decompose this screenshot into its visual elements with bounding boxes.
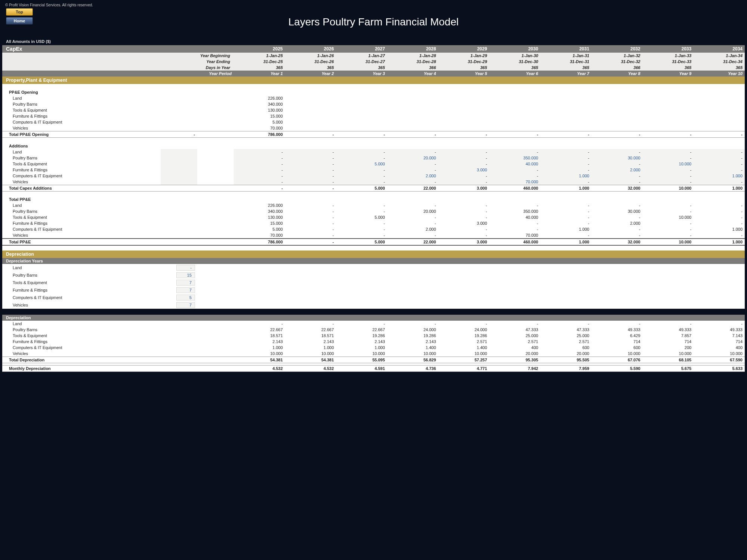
table-row: Vehicles70.000----70.000---- — [2, 232, 745, 239]
amounts-note: All Amounts in USD ($) — [2, 38, 745, 45]
table-row: Monthly Depreciation4.5324.5324.5914.736… — [2, 365, 745, 372]
table-row: Poultry Barns340.000--20.000-350.000-30.… — [2, 208, 745, 214]
table-row: Vehicles7 — [2, 301, 745, 309]
table-row: Vehicles10.00010.00010.00010.00010.00020… — [2, 351, 745, 357]
capex-table: CapEx 2025 2026 2027 2028 2029 2030 2031… — [2, 45, 745, 372]
dep-detail-heading: Depreciation — [2, 315, 745, 321]
table-row: Land- — [2, 264, 745, 271]
table-row: Total PP&E — [2, 196, 745, 202]
table-row: Computers & IT Equipment5.000--2.000--1.… — [2, 226, 745, 232]
dep-years-heading: Depreciation Years — [2, 258, 745, 264]
top-button[interactable]: Top — [6, 8, 33, 16]
table-row: Tools & Equipment--5.000--40.000--10.000… — [2, 161, 745, 167]
table-row: Tools & Equipment18.57118.57119.28619.28… — [2, 333, 745, 339]
ppe-heading: Property,Plant & Equipment — [2, 77, 745, 84]
dep-years-input[interactable]: 7 — [176, 287, 195, 293]
table-row: Tools & Equipment130.000-5.000--40.000--… — [2, 214, 745, 220]
table-row: Furniture & Fittings15.000---3.000--2.00… — [2, 220, 745, 226]
table-row: Furniture & Fittings7 — [2, 286, 745, 294]
table-row: PP&E Opening — [2, 89, 745, 95]
table-row: Total PP&E Opening-786.000--------- — [2, 131, 745, 138]
table-row: Computers & IT Equipment1.0001.0001.0001… — [2, 345, 745, 351]
table-row: Total PP&E786.000-5.00022.0003.000460.00… — [2, 239, 745, 245]
dep-years-input[interactable]: 5 — [176, 295, 195, 301]
table-row: Poultry Barns22.66722.66722.66724.00024.… — [2, 327, 745, 333]
table-row: Additions — [2, 143, 745, 149]
table-row: Vehicles70.000 — [2, 125, 745, 131]
capex-header-row: CapEx 2025 2026 2027 2028 2029 2030 2031… — [2, 45, 745, 53]
table-row: Land226.000 — [2, 95, 745, 101]
table-row: Poultry Barns---20.000-350.000-30.000-- — [2, 155, 745, 161]
home-button[interactable]: Home — [6, 17, 33, 25]
page-title: Layers Poultry Farm Financial Model — [2, 9, 745, 38]
table-row: Furniture & Fittings----3.000--2.000-- — [2, 167, 745, 173]
table-row: Vehicles-----70.000---- — [2, 179, 745, 185]
table-row: Computers & IT Equipment---2.000--1.000-… — [2, 173, 745, 179]
table-row: Tools & Equipment130.000 — [2, 107, 745, 113]
copyright-text: © Profit Vision Financial Services. All … — [2, 2, 745, 9]
table-row: Land226.000--------- — [2, 202, 745, 208]
table-row: Poultry Barns340.000 — [2, 101, 745, 107]
depreciation-heading: Depreciation — [2, 251, 745, 258]
table-row: Computers & IT Equipment5 — [2, 294, 745, 301]
table-row: Furniture & Fittings15.000 — [2, 113, 745, 119]
table-row: Tools & Equipment7 — [2, 279, 745, 286]
table-row: Land---------- — [2, 149, 745, 155]
dep-years-input[interactable]: - — [176, 265, 195, 271]
dep-years-input[interactable]: 7 — [176, 302, 195, 308]
table-row: Furniture & Fittings2.1432.1432.1432.143… — [2, 339, 745, 345]
table-row: Total Capex Additions--5.00022.0003.0004… — [2, 185, 745, 191]
table-row: Computers & IT Equipment5.000 — [2, 119, 745, 125]
capex-heading: CapEx — [2, 45, 234, 53]
table-row: Poultry Barns15 — [2, 271, 745, 279]
table-row: Land---------- — [2, 321, 745, 327]
dep-years-input[interactable]: 7 — [176, 280, 195, 286]
table-row: Total Depreciation54.38154.38155.09556.8… — [2, 357, 745, 363]
dep-years-input[interactable]: 15 — [176, 272, 195, 278]
nav-buttons: Top Home — [6, 8, 33, 25]
